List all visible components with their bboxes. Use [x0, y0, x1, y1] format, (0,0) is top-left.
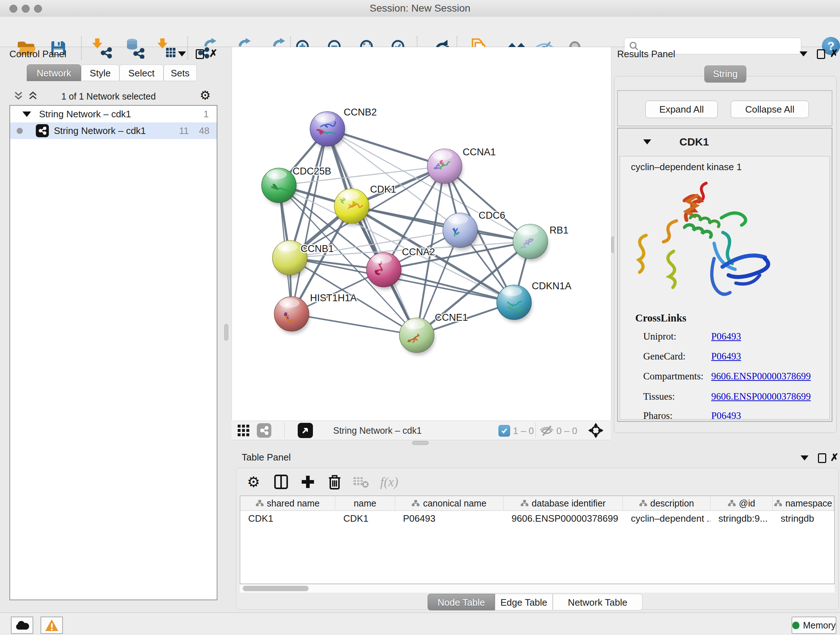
crosslink-value-link[interactable]: P06493: [711, 331, 741, 342]
hidden-elements-icon: [539, 424, 554, 438]
node-CCNA1[interactable]: [427, 149, 463, 186]
node-CDK1[interactable]: [334, 188, 370, 226]
column-header-canonical-name[interactable]: canonical name: [395, 496, 504, 510]
edge-CCNA2-CDKN1A[interactable]: [384, 270, 514, 302]
results-panel-float-button[interactable]: [817, 49, 825, 59]
tab-network-table[interactable]: Network Table: [553, 594, 643, 610]
table-panel-close-button[interactable]: ✗: [830, 454, 838, 461]
scrollbar-thumb[interactable]: [243, 586, 309, 591]
network-row-selected[interactable]: String Network – cdk1 11 48: [10, 122, 217, 139]
edge-CCNB2-HIST1H1A[interactable]: [292, 129, 327, 314]
check-icon: [501, 427, 508, 434]
crosslink-value-link[interactable]: 9606.ENSP00000378699: [711, 391, 811, 402]
table-cell[interactable]: stringdb:9...: [711, 511, 773, 526]
network-canvas-svg[interactable]: CCNB2CCNA1CDC25BCDK1CDC6RB1CCNB1CCNA2CDK…: [232, 47, 611, 421]
import-network-button[interactable]: [91, 38, 112, 59]
node-CCNE1[interactable]: [399, 318, 435, 355]
table-panel-menu-button[interactable]: [801, 455, 808, 461]
column-header-label: database identifier: [532, 498, 606, 509]
delete-column-button[interactable]: [327, 472, 342, 492]
crosslink-value-link[interactable]: P06493: [711, 351, 741, 362]
table-row[interactable]: CDK1CDK1P064939606.ENSP00000378699cyclin…: [240, 511, 834, 526]
table-options-button[interactable]: ⚙: [247, 472, 260, 492]
table-cell[interactable]: 9606.ENSP00000378699: [504, 511, 623, 526]
gene-description: cyclin–dependent kinase 1: [631, 162, 742, 173]
table-cell[interactable]: CDK1: [335, 511, 395, 526]
gene-section-header[interactable]: CDK1: [618, 128, 832, 155]
fit-selected-button[interactable]: [588, 423, 604, 440]
function-builder-button[interactable]: f(x): [380, 472, 398, 492]
control-panel-menu-button[interactable]: [178, 51, 186, 57]
node-table: shared namenamecanonical namedatabase id…: [240, 496, 835, 584]
node-RB1[interactable]: [513, 224, 548, 261]
results-panel-menu-button[interactable]: [799, 51, 807, 57]
table-cell[interactable]: cyclin–dependent ...: [623, 511, 711, 526]
node-HIST1H1A[interactable]: [274, 296, 309, 334]
import-table-button[interactable]: [156, 38, 177, 59]
column-header-description[interactable]: description: [623, 496, 711, 510]
delete-table-button[interactable]: [353, 472, 369, 492]
node-label-CCNE1: CCNE1: [435, 312, 468, 323]
collection-expander-icon[interactable]: [22, 111, 31, 117]
crosslink-value-link[interactable]: P06493: [711, 410, 741, 420]
node-label-CDKN1A: CDKN1A: [532, 280, 572, 291]
cloud-icon: [15, 620, 29, 630]
crosslink-value-link[interactable]: 9606.ENSP00000378699: [711, 371, 811, 382]
create-column-button[interactable]: [301, 472, 315, 492]
crosslink-label: Tissues:: [643, 391, 675, 402]
results-panel-close-button[interactable]: ✗: [830, 50, 838, 57]
tab-network[interactable]: Network: [27, 65, 81, 81]
tab-select[interactable]: Select: [119, 65, 164, 81]
table-panel-float-button[interactable]: [818, 453, 826, 463]
network-collection-row[interactable]: String Network – cdk1 1: [10, 106, 217, 122]
gene-section: CDK1 cyclin–dependent kinase 1: [617, 128, 832, 422]
warning-icon: [44, 619, 59, 632]
tab-style[interactable]: Style: [81, 65, 119, 81]
expand-all-button[interactable]: Expand All: [645, 101, 718, 118]
control-panel-close-button[interactable]: ✗: [209, 50, 218, 57]
column-header--id[interactable]: @id: [711, 496, 773, 510]
column-header-name[interactable]: name: [335, 496, 395, 510]
diagonal-arrow-icon: [301, 426, 309, 435]
import-network-from-database-button[interactable]: [124, 38, 145, 59]
table-cell[interactable]: stringdb: [773, 511, 834, 526]
crosslinks-heading: CrossLinks: [635, 312, 686, 324]
cloud-status-button[interactable]: [11, 616, 33, 634]
tab-sets[interactable]: Sets: [164, 65, 197, 81]
expand-all-networks-button[interactable]: [27, 90, 38, 103]
tab-node-table[interactable]: Node Table: [428, 594, 495, 610]
column-header-database-identifier[interactable]: database identifier: [504, 496, 623, 510]
node-label-CCNA1: CCNA1: [463, 147, 496, 157]
netbar-separator: [284, 423, 285, 439]
control-panel-float-button[interactable]: [196, 49, 204, 59]
show-columns-button[interactable]: [273, 472, 289, 492]
node-CCNA2[interactable]: [366, 252, 402, 290]
horizontal-splitter-handle[interactable]: [412, 441, 429, 445]
memory-button[interactable]: Memory: [791, 616, 836, 634]
plus-icon: [301, 475, 315, 489]
tab-string[interactable]: String: [704, 65, 746, 82]
node-CDKN1A[interactable]: [497, 285, 532, 322]
collection-count: 1: [204, 109, 209, 120]
column-header-shared-name[interactable]: shared name: [240, 496, 335, 510]
birdseye-toggle-button[interactable]: [238, 424, 250, 439]
tab-edge-table[interactable]: Edge Table: [495, 594, 553, 610]
network-view[interactable]: CCNB2CCNA1CDC25BCDK1CDC6RB1CCNB1CCNA2CDK…: [232, 47, 611, 421]
table-cell[interactable]: CDK1: [240, 511, 335, 526]
node-CDC25B[interactable]: [262, 168, 297, 205]
open-in-window-button[interactable]: [298, 423, 313, 438]
table-cell[interactable]: P06493: [395, 511, 504, 526]
toolbar-separator: [81, 36, 82, 59]
collapse-all-button[interactable]: Collapse All: [731, 101, 809, 118]
network-options-gear-icon[interactable]: ⚙: [200, 89, 210, 101]
gene-expander-icon[interactable]: [643, 139, 651, 144]
collapse-all-networks-button[interactable]: [13, 90, 24, 103]
toolbar-separator: [187, 36, 188, 59]
warnings-button[interactable]: [41, 616, 63, 634]
column-header-namespace[interactable]: namespace: [773, 496, 834, 510]
memory-label: Memory: [803, 620, 836, 631]
selected-checkbox[interactable]: [499, 425, 510, 437]
table-horizontal-scrollbar[interactable]: [240, 585, 835, 593]
node-CDC6[interactable]: [443, 213, 478, 250]
left-splitter-handle[interactable]: [224, 324, 228, 340]
